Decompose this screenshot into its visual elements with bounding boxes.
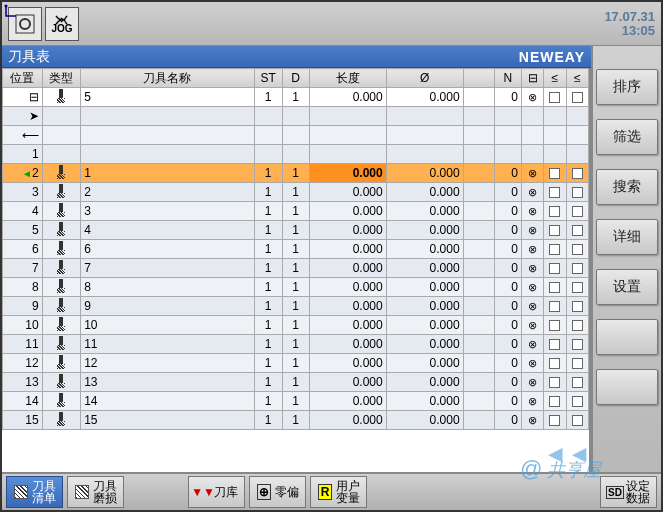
checkbox[interactable] <box>549 282 560 293</box>
cell-i2[interactable] <box>544 164 566 183</box>
checkbox[interactable] <box>549 206 560 217</box>
cell-d[interactable]: 1 <box>282 183 309 202</box>
cell-pos[interactable]: 14 <box>3 392 43 411</box>
cell-len[interactable]: 0.000 <box>309 354 386 373</box>
cell-st[interactable]: 1 <box>254 354 282 373</box>
cell-pos[interactable]: 4 <box>3 202 43 221</box>
cell-n[interactable]: 0 <box>494 335 521 354</box>
checkbox[interactable] <box>549 244 560 255</box>
cell-i2[interactable] <box>544 240 566 259</box>
checkbox[interactable] <box>572 415 583 426</box>
cell-n[interactable] <box>494 107 521 126</box>
cell-i2[interactable] <box>544 126 566 145</box>
cell-i2[interactable] <box>544 411 566 430</box>
cell-len[interactable]: 0.000 <box>309 183 386 202</box>
cell-gap[interactable] <box>463 354 494 373</box>
cell-name[interactable]: 1 <box>81 164 255 183</box>
cell-len[interactable]: 0.000 <box>309 164 386 183</box>
cell-gap[interactable] <box>463 392 494 411</box>
cell-len[interactable]: 0.000 <box>309 202 386 221</box>
checkbox[interactable] <box>549 415 560 426</box>
checkbox[interactable] <box>549 92 560 103</box>
cell-i2[interactable] <box>544 183 566 202</box>
cell-n[interactable] <box>494 126 521 145</box>
side-btn-5[interactable] <box>596 319 658 355</box>
checkbox[interactable] <box>549 225 560 236</box>
cell-gap[interactable] <box>463 373 494 392</box>
cell-st[interactable]: 1 <box>254 259 282 278</box>
cell-name[interactable]: 11 <box>81 335 255 354</box>
cell-d[interactable]: 1 <box>282 297 309 316</box>
col-dia[interactable]: Ø <box>386 69 463 88</box>
cell-gap[interactable] <box>463 411 494 430</box>
cell-name[interactable] <box>81 126 255 145</box>
cell-dia[interactable]: 0.000 <box>386 259 463 278</box>
cell-dia[interactable]: 0.000 <box>386 164 463 183</box>
cell-i1[interactable]: ⊗ <box>521 392 543 411</box>
cell-pos[interactable]: 1 <box>3 145 43 164</box>
cell-i1[interactable] <box>521 107 543 126</box>
cell-i1[interactable] <box>521 126 543 145</box>
checkbox[interactable] <box>572 377 583 388</box>
cell-n[interactable] <box>494 145 521 164</box>
cell-d[interactable]: 1 <box>282 278 309 297</box>
col-i3[interactable]: ≤ <box>566 69 588 88</box>
cell-i1[interactable]: ⊗ <box>521 259 543 278</box>
cell-d[interactable] <box>282 107 309 126</box>
cell-gap[interactable] <box>463 221 494 240</box>
cell-type[interactable] <box>42 354 80 373</box>
cell-i3[interactable] <box>566 316 588 335</box>
cell-d[interactable]: 1 <box>282 259 309 278</box>
cell-type[interactable] <box>42 259 80 278</box>
cell-type[interactable] <box>42 202 80 221</box>
cell-d[interactable] <box>282 126 309 145</box>
cell-type[interactable] <box>42 126 80 145</box>
cell-pos[interactable]: 5 <box>3 221 43 240</box>
col-n[interactable]: N <box>494 69 521 88</box>
cell-name[interactable]: 13 <box>81 373 255 392</box>
cell-i3[interactable] <box>566 164 588 183</box>
cell-d[interactable]: 1 <box>282 240 309 259</box>
cell-pos[interactable]: 15 <box>3 411 43 430</box>
cell-d[interactable]: 1 <box>282 316 309 335</box>
cell-type[interactable] <box>42 221 80 240</box>
cell-gap[interactable] <box>463 202 494 221</box>
col-i2[interactable]: ≤ <box>544 69 566 88</box>
checkbox[interactable] <box>572 225 583 236</box>
cell-type[interactable] <box>42 316 80 335</box>
cell-n[interactable]: 0 <box>494 259 521 278</box>
cell-i2[interactable] <box>544 145 566 164</box>
cell-name[interactable]: 2 <box>81 183 255 202</box>
cell-pos[interactable]: 9 <box>3 297 43 316</box>
cell-dia[interactable]: 0.000 <box>386 316 463 335</box>
col-type[interactable]: 类型 <box>42 69 80 88</box>
cell-name[interactable]: 5 <box>81 88 255 107</box>
cell-st[interactable]: 1 <box>254 88 282 107</box>
checkbox[interactable] <box>572 358 583 369</box>
cell-i1[interactable]: ⊗ <box>521 183 543 202</box>
checkbox[interactable] <box>572 301 583 312</box>
checkbox[interactable] <box>549 377 560 388</box>
cell-dia[interactable]: 0.000 <box>386 183 463 202</box>
cell-len[interactable]: 0.000 <box>309 373 386 392</box>
checkbox[interactable] <box>572 263 583 274</box>
checkbox[interactable] <box>549 339 560 350</box>
cell-dia[interactable]: 0.000 <box>386 354 463 373</box>
cell-name[interactable]: 14 <box>81 392 255 411</box>
cell-i2[interactable] <box>544 278 566 297</box>
cell-d[interactable]: 1 <box>282 373 309 392</box>
cell-i1[interactable]: ⊗ <box>521 373 543 392</box>
cell-type[interactable] <box>42 297 80 316</box>
cell-name[interactable]: 15 <box>81 411 255 430</box>
cell-i1[interactable]: ⊗ <box>521 316 543 335</box>
cell-type[interactable] <box>42 88 80 107</box>
cell-gap[interactable] <box>463 126 494 145</box>
checkbox[interactable] <box>549 396 560 407</box>
cell-type[interactable] <box>42 145 80 164</box>
checkbox[interactable] <box>549 168 560 179</box>
cell-st[interactable]: 1 <box>254 373 282 392</box>
cell-i1[interactable]: ⊗ <box>521 411 543 430</box>
cell-n[interactable]: 0 <box>494 88 521 107</box>
cell-name[interactable]: 10 <box>81 316 255 335</box>
cell-i3[interactable] <box>566 221 588 240</box>
